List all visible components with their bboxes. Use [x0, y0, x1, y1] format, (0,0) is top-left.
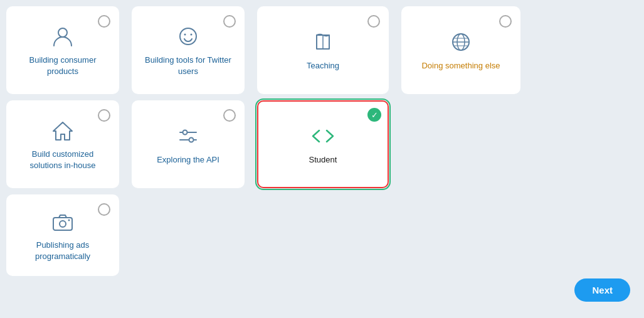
svg-point-6	[184, 33, 186, 35]
card-publishing-ads[interactable]: Publishing ads programatically	[6, 194, 119, 276]
card-student-label: Student	[309, 154, 337, 166]
card-teaching-label: Teaching	[307, 60, 339, 72]
card-teaching[interactable]: Teaching	[257, 6, 389, 94]
card-build-customized-label: Build customized solutions in-house	[18, 149, 108, 171]
svg-point-10	[183, 130, 187, 134]
card-exploring-api-label: Exploring the API	[157, 154, 219, 166]
svg-point-7	[191, 33, 193, 35]
book-icon	[311, 30, 335, 54]
house-icon	[51, 119, 75, 142]
card-student[interactable]: ✓ Student	[257, 100, 389, 188]
radio-build-customized[interactable]	[98, 109, 110, 122]
card-consumer-products-label: Building consumer products	[18, 55, 108, 77]
card-publishing-ads-label: Publishing ads programatically	[18, 240, 108, 262]
radio-consumer-products[interactable]	[98, 15, 110, 28]
camera-icon	[51, 209, 75, 233]
svg-point-3	[60, 221, 66, 227]
radio-teaching[interactable]	[367, 15, 380, 28]
svg-point-0	[58, 28, 67, 37]
sliders-icon	[176, 124, 200, 148]
card-consumer-products[interactable]: Building consumer products	[6, 6, 119, 94]
card-build-customized[interactable]: Build customized solutions in-house	[6, 100, 119, 188]
card-twitter-tools-label: Building tools for Twitter users	[143, 55, 233, 77]
card-doing-something-else[interactable]: Doing something else	[401, 6, 520, 94]
card-doing-something-else-label: Doing something else	[421, 60, 500, 72]
radio-twitter-tools[interactable]	[223, 15, 236, 28]
radio-publishing-ads[interactable]	[98, 203, 110, 216]
radio-exploring-api[interactable]	[223, 109, 236, 122]
code-icon	[309, 124, 337, 148]
smile-icon	[176, 24, 200, 48]
next-button[interactable]: Next	[574, 278, 630, 302]
check-badge: ✓	[367, 108, 381, 122]
card-twitter-tools[interactable]: Building tools for Twitter users	[132, 6, 245, 94]
svg-marker-1	[53, 122, 72, 140]
radio-doing-something-else[interactable]	[499, 15, 512, 28]
globe-icon	[449, 30, 473, 54]
svg-point-11	[189, 137, 194, 142]
svg-point-4	[68, 219, 70, 221]
right-panel	[552, 0, 644, 318]
svg-point-5	[180, 28, 196, 45]
card-exploring-api[interactable]: Exploring the API	[132, 100, 245, 188]
person-icon	[51, 24, 75, 48]
